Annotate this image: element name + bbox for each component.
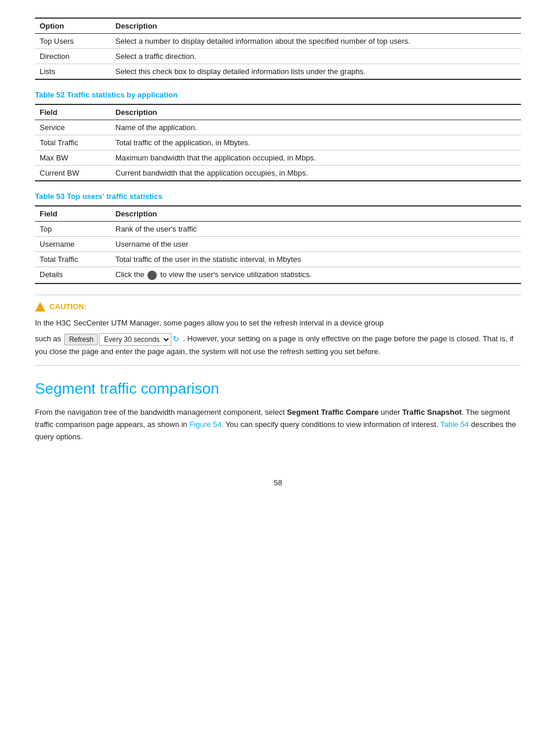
caution-block: CAUTION: In the H3C SecCenter UTM Manage…	[35, 295, 521, 366]
table54-link[interactable]: Table 54	[440, 420, 469, 429]
option-cell: Direction	[35, 49, 111, 64]
field-cell: Max BW	[35, 150, 111, 166]
table52-heading: Table 52 Traffic statistics by applicati…	[35, 90, 521, 99]
table53-heading: Table 53 Top users' traffic statistics	[35, 192, 521, 201]
field-cell: Top	[35, 222, 111, 237]
table-row: Total Traffic Total traffic of the user …	[35, 252, 521, 267]
caution-text1: In the H3C SecCenter UTM Manager, some p…	[35, 317, 521, 330]
segment-heading: Segment traffic comparison	[35, 380, 521, 398]
description-col-header-53: Description	[111, 206, 521, 222]
segment-bold2: Traffic Snapshot	[402, 408, 462, 416]
refresh-widget[interactable]: Refresh Every 30 seconds ↻	[64, 332, 180, 345]
description-cell: Select a traffic direction.	[111, 49, 521, 64]
description-cell: Name of the application.	[111, 120, 521, 135]
table-row: Direction Select a traffic direction.	[35, 49, 521, 64]
caution-triangle-icon	[35, 302, 45, 312]
segment-body-4: . You can specify query conditions to vi…	[221, 420, 441, 429]
refresh-interval-select[interactable]: Every 30 seconds	[99, 333, 171, 346]
figure54-link[interactable]: Figure 54	[189, 420, 221, 429]
field-cell: Total Traffic	[35, 135, 111, 150]
description-cell: Current bandwidth that the application o…	[111, 166, 521, 181]
table-row: Lists Select this check box to display d…	[35, 64, 521, 80]
segment-body-1: From the navigation tree of the bandwidt…	[35, 408, 287, 416]
details-icon	[147, 271, 157, 280]
option-cell: Lists	[35, 64, 111, 80]
description-col-header-52: Description	[111, 104, 521, 120]
table-row: Total Traffic Total traffic of the appli…	[35, 135, 521, 150]
description-cell: Click the to view the user's service uti…	[111, 267, 521, 284]
description-cell: Rank of the user's traffic	[111, 222, 521, 237]
caution-text2: such as Refresh Every 30 seconds ↻ . How…	[35, 332, 521, 358]
field-cell: Current BW	[35, 166, 111, 181]
option-cell: Top Users	[35, 34, 111, 49]
field-cell: Username	[35, 237, 111, 252]
field-col-header-52: Field	[35, 104, 111, 120]
page-number: 58	[35, 478, 521, 487]
table-row: Current BW Current bandwidth that the ap…	[35, 166, 521, 181]
table-row: Max BW Maximum bandwidth that the applic…	[35, 150, 521, 166]
segment-bold1: Segment Traffic Compare	[287, 408, 379, 416]
table52: Field Description Service Name of the ap…	[35, 104, 521, 181]
description-cell: Select a number to display detailed info…	[111, 34, 521, 49]
description-cell: Maximum bandwidth that the application o…	[111, 150, 521, 166]
option-description-table: Option Description Top Users Select a nu…	[35, 18, 521, 80]
table-row: Top Rank of the user's traffic	[35, 222, 521, 237]
table53: Field Description Top Rank of the user's…	[35, 205, 521, 284]
option-col-header: Option	[35, 18, 111, 34]
caution-prefix: such as	[35, 334, 61, 343]
table-row: Details Click the to view the user's ser…	[35, 267, 521, 284]
field-cell: Service	[35, 120, 111, 135]
description-cell: Total traffic of the user in the statist…	[111, 252, 521, 267]
refresh-arrow-icon[interactable]: ↻	[173, 332, 180, 345]
description-cell: Total traffic of the application, in Mby…	[111, 135, 521, 150]
table-row: Username Username of the user	[35, 237, 521, 252]
refresh-button[interactable]: Refresh	[64, 334, 98, 345]
segment-body-text: From the navigation tree of the bandwidt…	[35, 406, 521, 443]
field-cell: Total Traffic	[35, 252, 111, 267]
field-col-header-53: Field	[35, 206, 111, 222]
segment-body-2: under	[379, 408, 402, 416]
description-col-header: Description	[111, 18, 521, 34]
caution-label: CAUTION:	[50, 302, 87, 311]
table-row: Top Users Select a number to display det…	[35, 34, 521, 49]
table-row: Service Name of the application.	[35, 120, 521, 135]
description-cell: Username of the user	[111, 237, 521, 252]
field-cell: Details	[35, 267, 111, 284]
description-cell: Select this check box to display detaile…	[111, 64, 521, 80]
